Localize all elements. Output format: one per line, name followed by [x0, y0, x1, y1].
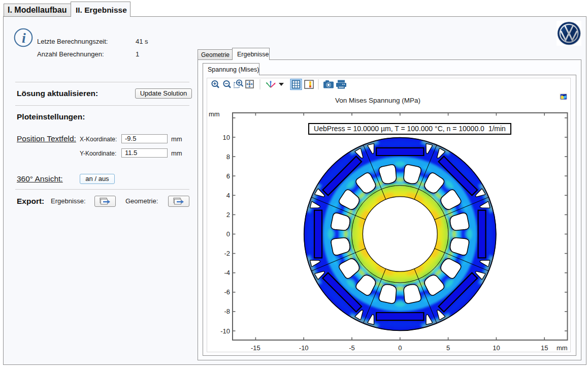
svg-text:i: i — [22, 30, 26, 46]
svg-text:-2: -2 — [224, 250, 230, 257]
svg-text:10: 10 — [223, 134, 230, 141]
svg-text:-4: -4 — [224, 269, 230, 277]
svg-text:10: 10 — [493, 344, 500, 352]
svg-text:2: 2 — [226, 211, 230, 219]
svg-text:-6: -6 — [224, 288, 230, 296]
svg-text:15: 15 — [541, 344, 548, 352]
svg-text:-5: -5 — [349, 344, 355, 352]
svg-text:8: 8 — [226, 153, 230, 161]
svg-text:0: 0 — [398, 344, 402, 352]
svg-text:-15: -15 — [251, 344, 260, 352]
svg-text:-10: -10 — [299, 344, 309, 352]
svg-text:4: 4 — [226, 192, 230, 199]
svg-text:0: 0 — [226, 230, 230, 238]
svg-text:5: 5 — [446, 344, 450, 352]
svg-text:-8: -8 — [224, 308, 230, 315]
svg-text:6: 6 — [226, 172, 230, 180]
svg-text:-10: -10 — [220, 327, 230, 335]
